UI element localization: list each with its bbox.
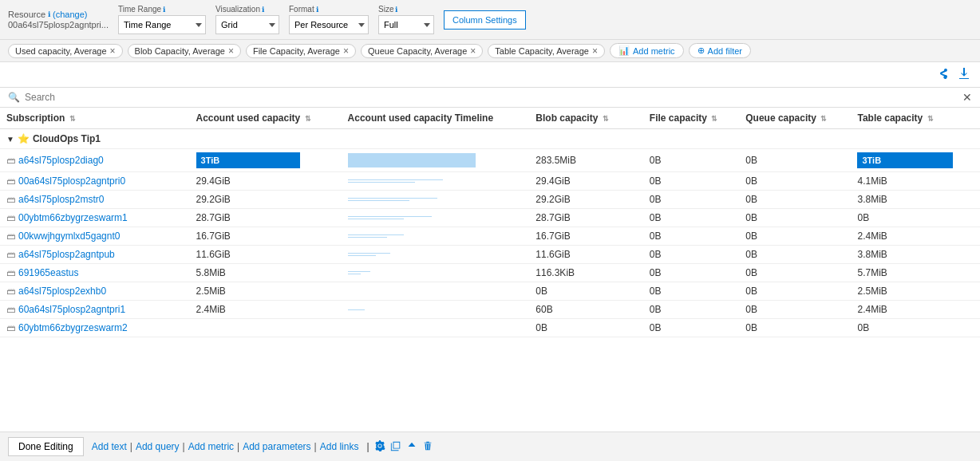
add-query-link[interactable]: Add query: [136, 441, 180, 452]
sort-icon-used-capacity[interactable]: ⇅: [305, 115, 311, 123]
row-7-used-capacity: 5.8MiB: [190, 264, 342, 282]
row-6-link[interactable]: a64sl75plosp2agntpub: [18, 249, 115, 260]
row-3-link[interactable]: a64sl75plosp2mstr0: [18, 194, 104, 205]
row-6-name: 🗃 a64sl75plosp2agntpub: [0, 246, 190, 264]
table-row: 🗃 60ybtm66zbygrzeswarm2 0B 0B 0B 0B: [0, 319, 980, 337]
filter-chip-2: Blob Capacity, Average ×: [128, 44, 241, 58]
row-8-name: 🗃 a64sl75plosp2exhb0: [0, 282, 190, 301]
storage-icon-7: 🗃: [6, 268, 15, 278]
search-input[interactable]: [25, 92, 184, 103]
sort-icon-queue[interactable]: ⇅: [820, 115, 827, 123]
group-row: ▼ ⭐ CloudOps Tip1: [0, 129, 980, 149]
time-range-select[interactable]: Time Range Last hour Last 24 hours Last …: [118, 15, 206, 34]
copy-icon-button[interactable]: [390, 440, 401, 454]
size-select[interactable]: Full Medium Small: [378, 15, 434, 34]
row-9-table: 2.4MiB: [851, 301, 980, 319]
row-1-file: 0B: [643, 149, 739, 172]
sort-icon-subscription[interactable]: ⇅: [69, 115, 76, 123]
move-up-icon-button[interactable]: [406, 440, 417, 454]
row-9-blob: 60B: [529, 301, 643, 319]
table-row: 🗃 00a64sl75plosp2agntpri0 29.4GiB 29.4Gi…: [0, 172, 980, 191]
row-8-link[interactable]: a64sl75plosp2exhb0: [18, 286, 106, 297]
visualization-select[interactable]: Grid Chart List: [215, 15, 279, 34]
data-table: Subscription ⇅ Account used capacity ⇅ A…: [0, 108, 980, 337]
filter-chip-close-1[interactable]: ×: [110, 46, 116, 56]
sort-icon-blob[interactable]: ⇅: [603, 115, 609, 123]
row-8-table: 2.5MiB: [851, 282, 980, 301]
storage-icon-10: 🗃: [6, 323, 15, 333]
row-9-queue: 0B: [739, 301, 851, 319]
row-9-link[interactable]: 60a64sl75plosp2agntpri1: [18, 304, 125, 315]
search-clear-button[interactable]: ✕: [962, 91, 972, 104]
row-7-link[interactable]: 691965eastus: [18, 267, 78, 278]
add-metric-button[interactable]: 📊 Add metric: [610, 43, 684, 58]
resource-label: Resource: [8, 10, 45, 19]
row-8-file: 0B: [643, 282, 739, 301]
filter-chip-label-3: File Capacity, Average: [253, 46, 340, 56]
row-7-name: 🗃 691965eastus: [0, 264, 190, 282]
row-8-blob: 0B: [529, 282, 643, 301]
row-4-name: 🗃 00ybtm66zbygrzeswarm1: [0, 209, 190, 227]
col-blob-capacity: Blob capacity ⇅: [529, 108, 643, 129]
expand-icon[interactable]: ▼: [6, 135, 14, 144]
add-metric-icon: 📊: [618, 45, 630, 56]
add-filter-icon: ⊕: [697, 45, 705, 56]
download-icon-button[interactable]: [956, 65, 972, 84]
filter-chip-close-3[interactable]: ×: [343, 46, 349, 56]
add-parameters-link[interactable]: Add parameters: [243, 441, 310, 452]
data-table-container: Subscription ⇅ Account used capacity ⇅ A…: [0, 108, 980, 431]
add-links-link[interactable]: Add links: [320, 441, 359, 452]
sep-4: |: [314, 441, 317, 452]
filter-chip-close-5[interactable]: ×: [592, 46, 598, 56]
row-1-blob: 283.5MiB: [529, 149, 643, 172]
row-4-link[interactable]: 00ybtm66zbygrzeswarm1: [18, 212, 128, 223]
share-icon-button[interactable]: [934, 65, 950, 84]
delete-icon-button[interactable]: [422, 440, 433, 454]
row-10-link[interactable]: 60ybtm66zbygrzeswarm2: [18, 322, 128, 333]
sort-icon-table[interactable]: ⇅: [927, 115, 934, 123]
info-icon: ℹ: [48, 10, 50, 18]
col-queue-capacity: Queue capacity ⇅: [739, 108, 851, 129]
toolbar-icons: [934, 65, 972, 84]
format-select[interactable]: Per Resource Absolute: [289, 15, 369, 34]
row-3-file: 0B: [643, 191, 739, 209]
bottom-icons: |: [366, 440, 433, 454]
format-info-icon: ℹ: [316, 6, 318, 14]
add-filter-button[interactable]: ⊕ Add filter: [689, 43, 751, 58]
col-table-capacity: Table capacity ⇅: [851, 108, 980, 129]
row-1-link[interactable]: a64sl75plosp2diag0: [18, 155, 104, 166]
time-range-group: Time Range ℹ Time Range Last hour Last 2…: [118, 5, 206, 34]
storage-icon-4: 🗃: [6, 213, 15, 223]
add-text-link[interactable]: Add text: [92, 441, 127, 452]
row-2-file: 0B: [643, 172, 739, 191]
filter-chip-label-1: Used capacity, Average: [15, 46, 107, 56]
row-3-timeline: [342, 191, 530, 209]
row-4-queue: 0B: [739, 209, 851, 227]
filter-chip-label-5: Table Capacity, Average: [495, 46, 589, 56]
filter-chip-close-4[interactable]: ×: [470, 46, 476, 56]
page-wrapper: Resource ℹ (change) 00a64sl75plosp2agntp…: [0, 0, 980, 461]
row-4-file: 0B: [643, 209, 739, 227]
row-1-name: 🗃 a64sl75plosp2diag0: [0, 149, 190, 172]
row-5-link[interactable]: 00kwwjhgymlxd5gagnt0: [18, 230, 120, 242]
row-5-blob: 16.7GiB: [529, 227, 643, 246]
row-6-used-capacity: 11.6GiB: [190, 246, 342, 264]
sort-icon-file[interactable]: ⇅: [711, 115, 717, 123]
row-2-link[interactable]: 00a64sl75plosp2agntpri0: [18, 175, 125, 187]
row-1-used-capacity: 3TiB: [190, 149, 342, 172]
filter-chip-close-2[interactable]: ×: [228, 46, 234, 56]
visualization-label: Visualization: [215, 5, 260, 14]
storage-icon-6: 🗃: [6, 250, 15, 259]
settings-icon-button[interactable]: [374, 440, 385, 454]
row-3-blob: 29.2GiB: [529, 191, 643, 209]
done-editing-button[interactable]: Done Editing: [8, 437, 84, 456]
add-metric-link[interactable]: Add metric: [188, 441, 234, 452]
row-3-name: 🗃 a64sl75plosp2mstr0: [0, 191, 190, 209]
column-settings-button[interactable]: Column Settings: [444, 10, 526, 30]
storage-icon-1: 🗃: [6, 156, 15, 165]
row-1-table: 3TiB: [851, 149, 980, 172]
row-2-table: 4.1MiB: [851, 172, 980, 191]
group-name: CloudOps Tip1: [33, 133, 101, 144]
table-row: 🗃 691965eastus 5.8MiB 116.3KiB 0B 0B: [0, 264, 980, 282]
change-link[interactable]: (change): [53, 10, 87, 19]
